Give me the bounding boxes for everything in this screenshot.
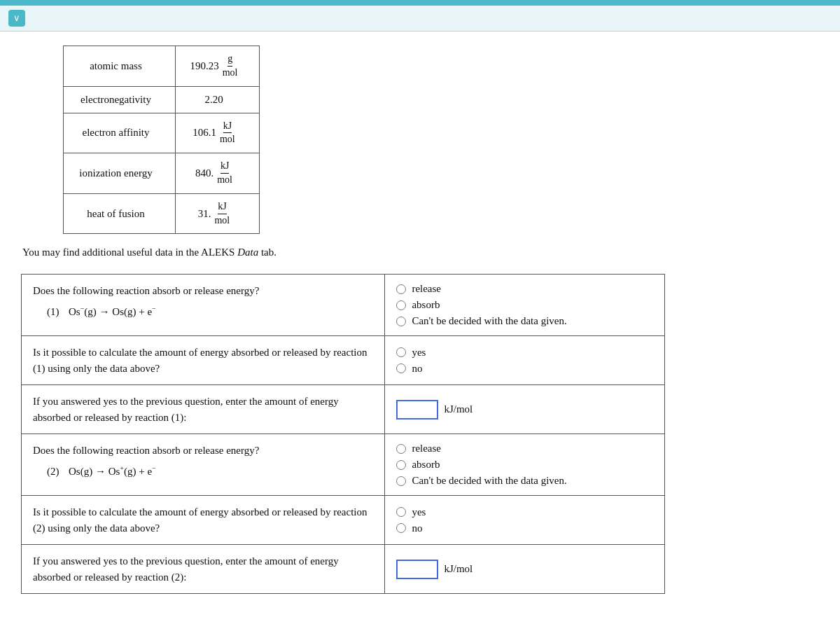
question-text-q1: Does the following reaction absorb or re…	[33, 283, 373, 299]
radio-option-q1[interactable]: Can't be decided with the data given.	[396, 315, 653, 327]
chevron-bar: ∨	[0, 6, 840, 32]
property-value: 2.20	[176, 86, 260, 113]
radio-option-q2[interactable]: yes	[396, 347, 653, 359]
radio-input-q5[interactable]	[396, 523, 406, 533]
question-text-q6: If you answered yes to the previous ques…	[33, 553, 373, 585]
energy-unit-q6: kJ/mol	[444, 563, 472, 575]
radio-option-q4[interactable]: release	[396, 443, 653, 455]
question-cell-q4: Does the following reaction absorb or re…	[22, 434, 385, 496]
aleks-note-text: You may find additional useful data in t…	[22, 247, 237, 258]
radio-option-q2[interactable]: no	[396, 363, 653, 375]
radio-input-q4[interactable]	[396, 476, 406, 486]
question-cell-q6: If you answered yes to the previous ques…	[22, 545, 385, 594]
question-cell-q2: Is it possible to calculate the amount o…	[22, 336, 385, 385]
radio-option-q5[interactable]: no	[396, 522, 653, 534]
question-cell-q3: If you answered yes to the previous ques…	[22, 385, 385, 434]
property-value: 106.1 kJ mol	[176, 113, 260, 153]
answer-cell-q1: release absorb Can't be decided with the…	[385, 275, 665, 336]
energy-input-q3[interactable]	[396, 400, 438, 419]
radio-input-q2[interactable]	[396, 347, 406, 357]
property-value: 840. kJ mol	[176, 153, 260, 194]
radio-group-q5: yes no	[396, 506, 653, 534]
property-name: heat of fusion	[64, 193, 176, 234]
radio-input-q5[interactable]	[396, 507, 406, 517]
top-bar	[0, 0, 840, 6]
radio-option-q4[interactable]: absorb	[396, 459, 653, 471]
radio-group-q2: yes no	[396, 347, 653, 375]
question-text-q4: Does the following reaction absorb or re…	[33, 443, 373, 459]
radio-option-q1[interactable]: absorb	[396, 299, 653, 311]
radio-group-q4: release absorb Can't be decided with the…	[396, 443, 653, 487]
radio-input-q1[interactable]	[396, 300, 406, 310]
answer-cell-q2: yes no	[385, 336, 665, 385]
aleks-note: You may find additional useful data in t…	[22, 247, 819, 258]
chevron-down-icon[interactable]: ∨	[8, 10, 25, 27]
energy-input-cell-q3: kJ/mol	[396, 400, 653, 419]
main-content: atomic mass 190.23 g mol electronegativi…	[0, 32, 840, 631]
property-value: 190.23 g mol	[176, 46, 260, 87]
answer-cell-q4: release absorb Can't be decided with the…	[385, 434, 665, 496]
reaction-line-q4: (2) Os(g) → Os+(g) + e−	[47, 464, 373, 478]
property-name: atomic mass	[64, 46, 176, 87]
property-name: ionization energy	[64, 153, 176, 194]
energy-input-cell-q6: kJ/mol	[396, 560, 653, 579]
property-name: electron affinity	[64, 113, 176, 153]
radio-option-q1[interactable]: release	[396, 283, 653, 295]
energy-input-q6[interactable]	[396, 560, 438, 579]
radio-input-q1[interactable]	[396, 317, 406, 326]
question-text-q3: If you answered yes to the previous ques…	[33, 394, 373, 425]
property-value: 31. kJ mol	[176, 193, 260, 234]
aleks-note-end: tab.	[258, 247, 276, 258]
properties-table: atomic mass 190.23 g mol electronegativi…	[63, 46, 260, 234]
answer-cell-q5: yes no	[385, 496, 665, 545]
radio-input-q4[interactable]	[396, 444, 406, 454]
question-text-q2: Is it possible to calculate the amount o…	[33, 345, 373, 376]
answer-cell-q6: kJ/mol	[385, 545, 665, 594]
question-cell-q5: Is it possible to calculate the amount o…	[22, 496, 385, 545]
question-text-q5: Is it possible to calculate the amount o…	[33, 504, 373, 536]
radio-option-q4[interactable]: Can't be decided with the data given.	[396, 475, 653, 487]
question-cell-q1: Does the following reaction absorb or re…	[22, 275, 385, 336]
energy-unit-q3: kJ/mol	[444, 403, 472, 415]
answer-cell-q3: kJ/mol	[385, 385, 665, 434]
property-name: electronegativity	[64, 86, 176, 113]
radio-input-q2[interactable]	[396, 363, 406, 373]
radio-group-q1: release absorb Can't be decided with the…	[396, 283, 653, 327]
questions-table: Does the following reaction absorb or re…	[21, 274, 665, 594]
radio-input-q1[interactable]	[396, 284, 406, 294]
aleks-data-word: Data	[237, 247, 258, 258]
radio-input-q4[interactable]	[396, 460, 406, 470]
radio-option-q5[interactable]: yes	[396, 506, 653, 518]
reaction-line-q1: (1) Os−(g) → Os(g) + e−	[47, 305, 373, 318]
